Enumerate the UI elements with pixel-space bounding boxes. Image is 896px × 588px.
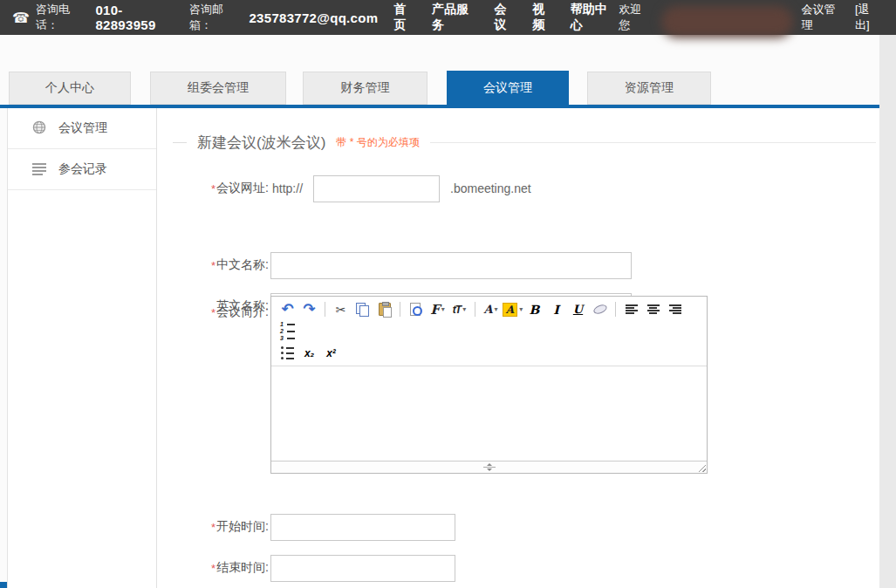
subscript-icon[interactable]: x₂ xyxy=(298,343,320,363)
meeting-url-row: *会议网址: http:// .bomeeting.net xyxy=(157,174,531,202)
intro-label-row: *会议简介: xyxy=(157,298,269,326)
copy-icon[interactable] xyxy=(352,299,373,319)
topbar: ☎ 咨询电话： 010-82893959 咨询邮箱： 235783772@qq.… xyxy=(0,0,896,35)
nav-meetings[interactable]: 会议 xyxy=(494,2,518,33)
editor-content-area[interactable] xyxy=(271,366,707,461)
meeting-url-input[interactable] xyxy=(313,175,440,202)
editor-corner-resize-grip[interactable] xyxy=(697,463,706,472)
align-right-icon[interactable] xyxy=(664,299,686,319)
nav-home[interactable]: 首页 xyxy=(393,2,418,33)
bold-icon[interactable]: B xyxy=(523,299,545,319)
chinese-name-label: *中文名称: xyxy=(157,257,269,273)
end-time-label: *结束时间: xyxy=(157,560,269,576)
list-icon xyxy=(32,163,46,175)
sidebar-item-label: 会议管理 xyxy=(58,120,107,136)
intro-label: *会议简介: xyxy=(157,304,269,320)
tab-personal-center[interactable]: 个人中心 xyxy=(9,72,131,105)
start-time-label: *开始时间: xyxy=(157,519,269,535)
cut-icon[interactable]: ✂ xyxy=(330,299,352,319)
intro-rich-text-editor: ↶ ↷ ✂ F▾ tT▾ A▾ A▾ B I U xyxy=(270,296,708,474)
content-container: 个人中心 组委会管理 财务管理 会议管理 资源管理 会议管理 xyxy=(0,35,879,588)
phone-number: 010-82893959 xyxy=(95,3,182,32)
email-address: 235783772@qq.com xyxy=(249,10,378,25)
ordered-list-icon[interactable]: 123 xyxy=(277,321,298,341)
tab-committee-admin[interactable]: 组委会管理 xyxy=(150,72,286,105)
editor-status-bar xyxy=(271,461,707,473)
bullet-list-icon[interactable] xyxy=(277,343,298,363)
toolbar-separator xyxy=(325,302,325,317)
logout-link[interactable]: [退出] xyxy=(855,2,884,33)
chinese-name-input[interactable] xyxy=(270,252,632,279)
phone-icon: ☎ xyxy=(12,10,30,26)
font-name-icon[interactable]: F▾ xyxy=(427,299,448,319)
sidebar-item-attendance-records[interactable]: 参会记录 xyxy=(8,149,156,190)
toolbar-separator xyxy=(400,302,400,317)
phone-label: 咨询电话： xyxy=(36,2,92,33)
underline-icon[interactable]: U xyxy=(567,299,589,319)
editor-toolbar: ↶ ↷ ✂ F▾ tT▾ A▾ A▾ B I U xyxy=(271,297,707,366)
url-suffix: .bomeeting.net xyxy=(450,181,531,195)
top-nav: 首页 产品服务 会议 视频 帮助中心 xyxy=(393,2,619,33)
meeting-url-label: *会议网址: xyxy=(157,181,269,196)
preview-icon[interactable] xyxy=(405,299,427,319)
page: ☎ 咨询电话： 010-82893959 咨询邮箱： 235783772@qq.… xyxy=(0,0,896,588)
start-time-input[interactable] xyxy=(270,514,455,541)
editor-resize-handle[interactable] xyxy=(483,463,496,471)
italic-icon[interactable]: I xyxy=(545,299,567,319)
tab-bar: 个人中心 组委会管理 财务管理 会议管理 资源管理 xyxy=(0,72,879,105)
sidebar-item-meeting-admin[interactable]: 会议管理 xyxy=(8,108,156,149)
redo-icon[interactable]: ↷ xyxy=(298,299,320,319)
end-time-row: *结束时间: xyxy=(157,554,455,582)
redacted-username xyxy=(661,6,793,38)
required-hint: 带 * 号的为必填项 xyxy=(336,135,419,150)
email-label: 咨询邮箱： xyxy=(189,2,245,33)
highlight-color-icon[interactable]: A▾ xyxy=(502,299,523,319)
topbar-right: 欢迎您 会议管理 [退出] xyxy=(619,0,884,38)
align-center-icon[interactable] xyxy=(642,299,664,319)
undo-icon[interactable]: ↶ xyxy=(277,299,298,319)
superscript-icon[interactable]: x² xyxy=(320,343,342,363)
font-color-icon[interactable]: A▾ xyxy=(480,299,502,319)
paste-icon[interactable] xyxy=(373,299,395,319)
bottom-left-accent xyxy=(0,582,7,588)
eraser-icon[interactable] xyxy=(589,299,611,319)
nav-help[interactable]: 帮助中心 xyxy=(571,2,619,33)
start-time-row: *开始时间: xyxy=(157,513,455,541)
main-panel: 新建会议(波米会议) 带 * 号的为必填项 *会议网址: http:// .bo… xyxy=(157,108,879,588)
tab-resource-admin[interactable]: 资源管理 xyxy=(587,72,711,105)
meeting-admin-link[interactable]: 会议管理 xyxy=(802,2,847,33)
form-title-row: 新建会议(波米会议) 带 * 号的为必填项 xyxy=(157,131,879,154)
toolbar-separator xyxy=(615,302,616,317)
font-size-icon[interactable]: tT▾ xyxy=(448,299,470,319)
tab-finance-admin[interactable]: 财务管理 xyxy=(303,72,427,105)
toolbar-separator xyxy=(475,302,475,317)
tab-meeting-admin[interactable]: 会议管理 xyxy=(447,71,569,106)
end-time-input[interactable] xyxy=(270,555,455,582)
nav-products[interactable]: 产品服务 xyxy=(432,2,480,33)
chinese-name-row: *中文名称: xyxy=(157,251,632,279)
page-title: 新建会议(波米会议) xyxy=(197,133,325,153)
url-prefix: http:// xyxy=(272,181,303,195)
sidebar-item-label: 参会记录 xyxy=(58,161,107,177)
sidebar: 会议管理 参会记录 xyxy=(7,108,157,588)
welcome-label: 欢迎您 xyxy=(619,2,653,33)
title-divider-right xyxy=(430,142,876,143)
nav-videos[interactable]: 视频 xyxy=(532,2,557,33)
title-divider-left xyxy=(173,142,187,143)
globe-icon xyxy=(32,120,46,137)
align-left-icon[interactable] xyxy=(620,299,642,319)
